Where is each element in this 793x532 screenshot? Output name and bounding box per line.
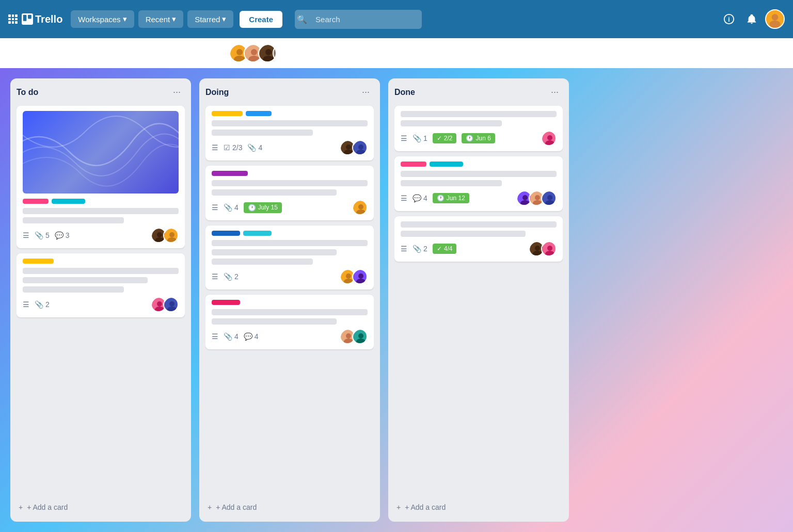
attachment-icon: 📎	[247, 143, 256, 152]
column-todo-menu-button[interactable]: ···	[169, 85, 185, 100]
card-labels	[212, 171, 368, 176]
invite-button[interactable]: Invite	[297, 46, 331, 60]
column-done-menu-button[interactable]: ···	[547, 85, 563, 100]
todo-card-1[interactable]: ☰ 📎 5 💬 3	[17, 106, 185, 248]
card-footer: ☰ 📎 5 💬 3	[23, 228, 179, 243]
search-container: 🔍	[291, 10, 501, 29]
svg-point-38	[358, 204, 363, 209]
board-more-button[interactable]: ···	[774, 47, 783, 59]
add-card-label: + Add a card	[216, 503, 257, 511]
card-member-avatar[interactable]	[163, 297, 179, 312]
card-date-badge: 🕐 July 15	[244, 202, 282, 213]
card-attachments: 📎 5	[35, 231, 50, 239]
comment-count: 4	[423, 194, 427, 202]
card-footer: ☰ 📎 4 🕐 July 15	[212, 200, 368, 215]
svg-rect-1	[23, 15, 27, 21]
info-button[interactable]: i	[720, 10, 738, 28]
date-badge: 🕐 Jun 12	[433, 193, 469, 203]
card-text-line	[401, 111, 557, 117]
card-member-avatar[interactable]	[163, 228, 179, 243]
member-count-badge[interactable]: +3	[273, 44, 291, 62]
card-members	[352, 200, 368, 215]
column-todo: To do ··· ☰ 📎 5	[10, 78, 191, 522]
comment-icon: 💬	[55, 231, 64, 239]
column-doing-menu-button[interactable]: ···	[358, 85, 374, 100]
card-comments: 💬 4	[413, 194, 427, 202]
column-todo-title: To do	[17, 88, 38, 97]
card-footer: ☰ ☑ 2/3 📎 4	[212, 140, 368, 155]
date-badge: 🕐 Jun 6	[462, 133, 495, 143]
attachment-count: 5	[45, 231, 50, 239]
search-input[interactable]	[295, 10, 422, 29]
card-attachments: 📎 1	[413, 134, 427, 142]
card-members	[151, 297, 179, 312]
checklist-icon: ☑	[224, 143, 230, 152]
star-button[interactable]: ☆	[158, 47, 168, 59]
logo[interactable]: Trello	[8, 13, 62, 25]
doing-card-4[interactable]: ☰ 📎 4 💬 4	[205, 295, 374, 349]
card-labels	[23, 259, 179, 264]
attachment-count: 2	[423, 245, 427, 253]
card-member-avatar[interactable]	[352, 269, 368, 284]
card-description-icon: ☰	[401, 134, 407, 142]
sidebar-collapse-button[interactable]: ❮	[10, 46, 25, 60]
column-doing-header: Doing ···	[205, 85, 374, 100]
attachment-count: 4	[234, 203, 239, 212]
recent-button[interactable]: Recent ▾	[138, 10, 184, 28]
card-comments: 💬 4	[244, 332, 259, 341]
card-member-avatar[interactable]	[541, 190, 557, 206]
card-text-line	[23, 217, 124, 223]
add-icon: +	[208, 503, 212, 511]
done-card-3[interactable]: ☰ 📎 2 ✓ 4/4	[394, 216, 563, 262]
card-attachments: 📎 2	[35, 300, 50, 309]
column-done-title: Done	[394, 88, 415, 97]
done-card-2[interactable]: ☰ 💬 4 🕐 Jun 12	[394, 156, 563, 211]
description-icon: ☰	[212, 203, 218, 212]
card-labels	[212, 231, 368, 236]
card-members	[340, 269, 368, 284]
done-card-1[interactable]: ☰ 📎 1 ✓ 2/2 🕐 Jun 6	[394, 106, 563, 151]
column-done-header: Done ···	[394, 85, 563, 100]
card-footer: ☰ 📎 2	[23, 297, 179, 312]
user-avatar[interactable]	[765, 9, 785, 29]
attachment-icon: 📎	[413, 134, 421, 142]
svg-rect-2	[28, 15, 31, 19]
todo-add-card-button[interactable]: + + Add a card	[17, 499, 185, 515]
card-labels	[212, 300, 368, 305]
card-text-line	[401, 120, 502, 126]
card-members	[529, 241, 557, 256]
todo-card-2[interactable]: ☰ 📎 2	[17, 253, 185, 317]
card-member-avatar[interactable]	[352, 329, 368, 344]
trello-logo-icon	[22, 13, 33, 25]
card-text-line	[401, 180, 502, 186]
card-text-line	[23, 208, 179, 214]
starred-button[interactable]: Starred ▾	[187, 10, 233, 28]
doing-card-1[interactable]: ☰ ☑ 2/3 📎 4	[205, 106, 374, 160]
workspace-button[interactable]: Acme, Inc.	[174, 46, 223, 60]
member-avatars: +3	[229, 44, 291, 62]
column-todo-header: To do ···	[17, 85, 185, 100]
workspaces-button[interactable]: Workspaces ▾	[71, 10, 134, 28]
attachment-count: 4	[234, 332, 239, 341]
check-icon: ✓	[437, 135, 442, 142]
done-add-card-button[interactable]: + + Add a card	[394, 499, 563, 515]
doing-card-2[interactable]: ☰ 📎 4 🕐 July 15	[205, 166, 374, 220]
card-member-avatar[interactable]	[541, 241, 557, 256]
create-button[interactable]: Create	[240, 11, 282, 28]
board-view-label: Board	[50, 49, 69, 57]
doing-card-3[interactable]: ☰ 📎 2	[205, 225, 374, 289]
card-text-line	[23, 286, 124, 293]
doing-add-card-button[interactable]: + + Add a card	[205, 499, 374, 515]
card-member-avatar[interactable]	[541, 131, 557, 146]
card-description-icon: ☰	[212, 143, 218, 152]
board-view-button[interactable]: Board ▾	[31, 46, 83, 60]
attachment-icon: 📎	[224, 272, 232, 281]
card-member-avatar[interactable]	[352, 200, 368, 215]
chevron-down-icon: ▾	[72, 49, 75, 57]
svg-point-68	[547, 246, 552, 251]
comment-count: 3	[66, 231, 70, 239]
card-member-avatar[interactable]	[352, 140, 368, 155]
card-text-line	[212, 180, 368, 186]
column-done: Done ··· ☰ 📎 1 ✓ 2/2	[388, 78, 569, 522]
notifications-button[interactable]	[742, 10, 761, 28]
